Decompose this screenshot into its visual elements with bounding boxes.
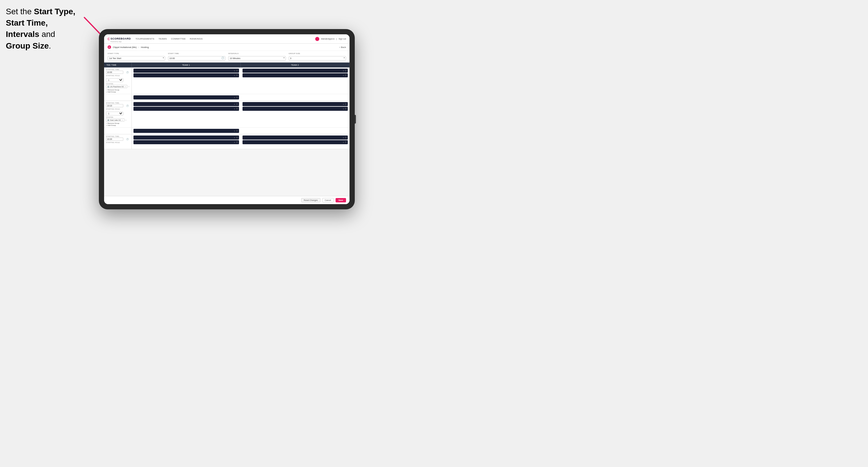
player-remove-6-2[interactable]: × (343, 141, 344, 143)
course-tags-2: 🏢 East Lake GC × × (106, 118, 130, 122)
tablet-side-button (355, 115, 356, 124)
player-expand-4-2[interactable]: ⊙ (345, 107, 347, 110)
player-slot-3-2: × ⊙ (133, 107, 239, 111)
group-3-grid: STARTING TIME: 🕐 STARTING HOLE: × ⊙ (104, 134, 349, 149)
course-player-remove-2-1[interactable]: × (234, 130, 235, 132)
player-remove-4-1[interactable]: × (343, 103, 344, 105)
course-tag-remove-2[interactable]: × (122, 119, 123, 121)
remove-icon-2: ○ (106, 122, 107, 124)
nav-avatar (315, 37, 319, 41)
start-time-input[interactable] (168, 56, 226, 61)
starting-time-label-2: STARTING TIME: (106, 102, 130, 104)
intervals-select[interactable]: 10 Minutes (228, 56, 286, 61)
start-time-input-wrapper: 🕐 (168, 55, 226, 61)
player-slot-1-1: × ⊙ (133, 69, 239, 73)
group-row-3: STARTING TIME: 🕐 STARTING HOLE: × ⊙ (104, 134, 349, 149)
starting-time-input-1[interactable] (106, 71, 123, 74)
clock-icon: 🕐 (221, 56, 224, 59)
start-type-select[interactable]: 1st Tee Start (107, 56, 165, 61)
player-remove-5-2[interactable]: × (234, 141, 235, 143)
breadcrumb-section: Hosting (141, 46, 149, 49)
th-tee-time: Tee Time (104, 63, 132, 67)
nav-tab-teams[interactable]: TEAMS (158, 37, 167, 41)
reset-changes-button[interactable]: Reset Changes (301, 198, 320, 203)
course-tag-extra-1[interactable]: × (128, 86, 129, 88)
starting-time-label-1: STARTING TIME: (106, 69, 130, 70)
course-tag-icon-2: 🏢 (107, 119, 109, 121)
nav-right: blair@clippd.io | Sign out (315, 37, 346, 41)
tablet-frame: C SCOREBOARD Powered by clipp TOURNAMENT… (99, 29, 355, 209)
team1-cell-2: × ⊙ × ⊙ (132, 101, 241, 127)
player-slot-2-2: × ⊙ (243, 73, 348, 77)
player-expand-2-1[interactable]: ⊙ (345, 69, 347, 72)
player-remove-1-1[interactable]: × (234, 70, 235, 72)
starting-hole-label-3: STARTING HOLE: (106, 142, 130, 143)
logo-c-letter: C (107, 37, 110, 41)
player-expand-3-1[interactable]: ⊙ (236, 103, 238, 105)
course-player-expand-2-1[interactable]: ⊙ (236, 130, 238, 132)
save-button[interactable]: Save (336, 198, 346, 203)
add-group-btn-2[interactable]: + Add Group (106, 124, 130, 126)
player-slot-2-1: × ⊙ (243, 69, 348, 73)
player-remove-3-1[interactable]: × (234, 103, 235, 105)
back-button[interactable]: ‹ Back (339, 46, 346, 49)
player-slot-5-1: × ⊙ (133, 135, 239, 139)
sign-out-link[interactable]: Sign out (339, 38, 346, 40)
player-expand-2-2[interactable]: ⊙ (345, 74, 347, 76)
nav-tab-committee[interactable]: COMMITTEE (171, 37, 186, 41)
group-size-select[interactable]: 3 (289, 56, 346, 61)
group-row-1: STARTING TIME: 🕐 STARTING HOLE: 1 COURSE… (104, 67, 349, 101)
player-remove-6-1[interactable]: × (343, 137, 344, 139)
intervals-label: Intervals (228, 53, 286, 54)
player-expand-3-2[interactable]: ⊙ (236, 107, 238, 110)
breadcrumb-tournament[interactable]: Clippd Invitational (Me) (113, 46, 137, 49)
player-slot-1-2: × ⊙ (133, 73, 239, 77)
nav-separator: | (336, 38, 337, 40)
player-remove-1-2[interactable]: × (234, 74, 235, 76)
player-expand-6-2[interactable]: ⊙ (345, 141, 347, 143)
starting-hole-select-2[interactable]: 1 (106, 112, 123, 116)
player-slot-4-1: × ⊙ (243, 102, 348, 106)
start-time-label: Start Time (168, 53, 226, 54)
course-tag-name-2: East Lake GC (110, 119, 121, 121)
player-slot-3-1: × ⊙ (133, 102, 239, 106)
player-remove-2-2[interactable]: × (343, 74, 344, 76)
player-remove-2-1[interactable]: × (343, 70, 344, 72)
course-tag-extra-2[interactable]: × (125, 119, 126, 121)
cancel-button[interactable]: Cancel (322, 198, 334, 203)
nav-tab-rankings[interactable]: RANKINGS (190, 37, 203, 41)
time-clock-icon-3: 🕐 (126, 138, 129, 141)
settings-row: Start Type 1st Tee Start Start Time 🕐 In… (104, 51, 349, 63)
group-1-course-row: × ⊙ (104, 94, 349, 101)
course-player-slot-2-1: × ⊙ (133, 129, 239, 133)
player-expand-4-1[interactable]: ⊙ (345, 103, 347, 105)
group-2-course-row: × ⊙ (104, 127, 349, 134)
player-expand-5-2[interactable]: ⊙ (236, 141, 238, 143)
remove-group-btn-2[interactable]: ○ Remove Group (106, 122, 130, 124)
add-group-btn-1[interactable]: + Add Group (106, 91, 130, 93)
player-remove-4-2[interactable]: × (343, 108, 344, 110)
player-expand-1-2[interactable]: ⊙ (236, 74, 238, 76)
course-player-remove-1-1[interactable]: × (234, 97, 235, 99)
starting-time-input-3[interactable] (106, 137, 123, 141)
remove-icon-1: ○ (106, 89, 107, 91)
add-label-1: Add Group (107, 91, 116, 93)
starting-hole-select-1[interactable]: 1 (106, 78, 123, 82)
back-chevron: ‹ (339, 46, 340, 49)
course-player-expand-1-1[interactable]: ⊙ (236, 96, 238, 99)
player-remove-5-1[interactable]: × (234, 137, 235, 139)
course-tag-remove-1[interactable]: × (125, 86, 126, 88)
player-expand-5-1[interactable]: ⊙ (236, 136, 238, 139)
remove-group-btn-1[interactable]: ○ Remove Group (106, 89, 130, 91)
player-expand-1-1[interactable]: ⊙ (236, 69, 238, 72)
logo-text: SCOREBOARD (111, 37, 131, 40)
group-1-grid: STARTING TIME: 🕐 STARTING HOLE: 1 COURSE… (104, 67, 349, 94)
player-remove-3-2[interactable]: × (234, 108, 235, 110)
starting-time-input-2[interactable] (106, 104, 123, 107)
nav-tab-tournaments[interactable]: TOURNAMENTS (135, 37, 154, 41)
tablet-screen: C SCOREBOARD Powered by clipp TOURNAMENT… (104, 34, 349, 204)
player-expand-6-1[interactable]: ⊙ (345, 136, 347, 139)
group-2-grid: STARTING TIME: 🕐 STARTING HOLE: 1 COURSE… (104, 101, 349, 127)
team2-cell-2: × ⊙ × ⊙ (241, 101, 350, 127)
th-team2: Team 2 (241, 63, 350, 67)
